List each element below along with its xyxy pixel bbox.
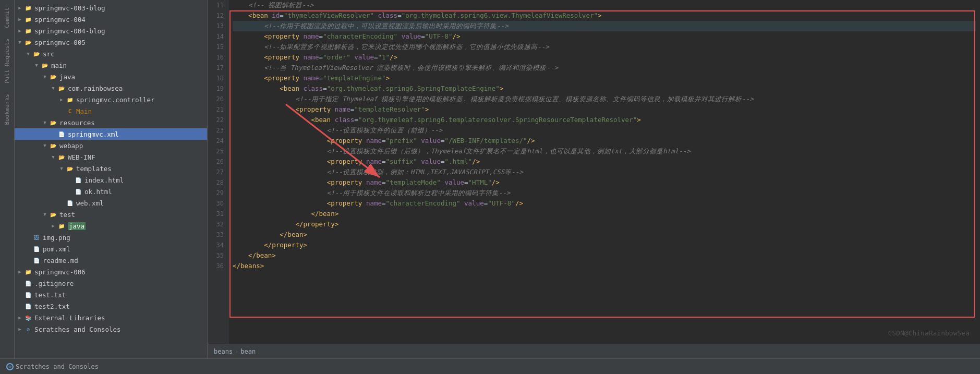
expand-arrow: ▼ bbox=[25, 51, 31, 57]
sidebar-item-springmvc004[interactable]: ▶ 📁 springmvc-004 bbox=[15, 14, 207, 25]
code-line-17: <!--当 ThymeleafViewResolver 渲染模板时，会使用该模板… bbox=[233, 63, 976, 73]
pull-requests-panel[interactable]: Pull Requests bbox=[3, 37, 11, 86]
code-line-23: <!--设置模板文件的位置（前缀）--> bbox=[233, 125, 976, 136]
sidebar-item-label: img.png bbox=[43, 234, 70, 242]
sidebar-item-label: web.xml bbox=[76, 199, 104, 207]
code-line-18: <property name="templateEngine"> bbox=[233, 73, 976, 83]
bottom-scratches[interactable]: ⊙ Scratches and Consoles bbox=[6, 363, 99, 370]
code-editor[interactable]: <!-- 视图解析器--> <bean id="thymeleafViewRes… bbox=[228, 0, 980, 344]
sidebar-item-scratches[interactable]: ▶ ⊙ Scratches and Consoles bbox=[15, 323, 207, 335]
sidebar-item-springmvc-xml[interactable]: ▶ 📄 springmvc.xml bbox=[15, 128, 207, 140]
code-line-30: <property name="characterEncoding" value… bbox=[233, 198, 976, 209]
xml-icon: 📄 bbox=[32, 245, 41, 253]
sidebar-item-test[interactable]: ▼ 📂 test bbox=[15, 209, 207, 220]
folder-icon: 📁 bbox=[24, 27, 32, 35]
sidebar-item-label: main bbox=[51, 62, 67, 69]
sidebar-item-test-txt[interactable]: ▶ 📄 test.txt bbox=[15, 289, 207, 300]
sidebar-item-label: External Libraries bbox=[34, 314, 105, 322]
md-icon: 📄 bbox=[32, 256, 41, 264]
sidebar-item-templates[interactable]: ▼ 📂 templates bbox=[15, 163, 207, 174]
sidebar-item-webinf[interactable]: ▼ 📂 WEB-INF bbox=[15, 151, 207, 163]
breadcrumb-bar: beans › bean bbox=[208, 344, 980, 358]
xml-icon: 📄 bbox=[57, 130, 66, 138]
folder-open-icon: 📂 bbox=[41, 61, 49, 69]
folder-icon: 📁 bbox=[24, 4, 32, 12]
sidebar-item-label: com.rainbowsea bbox=[68, 85, 123, 92]
sidebar-item-label: test2.txt bbox=[34, 303, 70, 310]
code-line-16: <property name="order" value="1"/> bbox=[233, 52, 976, 63]
sidebar-item-img-png[interactable]: ▶ 🖼 img.png bbox=[15, 232, 207, 243]
folder-open-icon: 📂 bbox=[24, 38, 32, 46]
sidebar-item-label: pom.xml bbox=[43, 245, 70, 253]
editor-area: 11 12 13 14 15 16 17 18 19 20 21 22 23 2… bbox=[208, 0, 980, 358]
sidebar-item-springmvc005[interactable]: ▼ 📂 springmvc-005 bbox=[15, 37, 207, 48]
code-line-32: </property> bbox=[233, 219, 976, 230]
expand-arrow: ▼ bbox=[58, 165, 65, 172]
xml-icon: 📄 bbox=[66, 199, 74, 207]
sidebar-item-web-xml[interactable]: ▶ 📄 web.xml bbox=[15, 197, 207, 209]
library-icon: 📚 bbox=[24, 313, 32, 322]
sidebar-item-external-libs[interactable]: ▶ 📚 External Libraries bbox=[15, 312, 207, 323]
code-line-19: <bean class="org.thymeleaf.spring6.Sprin… bbox=[233, 83, 976, 94]
sidebar-item-main[interactable]: ▼ 📂 main bbox=[15, 59, 207, 71]
commit-panel[interactable]: Commit bbox=[3, 5, 11, 30]
sidebar-item-java[interactable]: ▼ 📂 java bbox=[15, 71, 207, 82]
folder-icon: 📁 bbox=[66, 95, 74, 104]
sidebar-item-springmvc003[interactable]: ▶ 📁 springmvc-003-blog bbox=[15, 2, 207, 14]
folder-open-icon: 📂 bbox=[66, 164, 74, 173]
sidebar-item-pom-xml[interactable]: ▶ 📄 pom.xml bbox=[15, 243, 207, 255]
sidebar-item-controller[interactable]: ▶ 📁 springmvc.controller bbox=[15, 94, 207, 105]
expand-arrow: ▼ bbox=[42, 74, 48, 80]
folder-icon: 📁 bbox=[57, 222, 66, 230]
folder-open-icon: 📂 bbox=[32, 50, 41, 58]
expand-arrow: ▼ bbox=[42, 211, 48, 218]
sidebar-item-label: test bbox=[59, 211, 75, 219]
expand-arrow: ▶ bbox=[17, 269, 23, 275]
code-line-14: <property name="characterEncoding" value… bbox=[233, 31, 976, 42]
sidebar-item-src[interactable]: ▼ 📂 src bbox=[15, 48, 207, 59]
sidebar-item-resources[interactable]: ▼ 📂 resources bbox=[15, 117, 207, 128]
sidebar-item-com-rainbowsea[interactable]: ▼ 📂 com.rainbowsea bbox=[15, 82, 207, 94]
code-line-11: <!-- 视图解析器--> bbox=[233, 0, 976, 10]
sidebar-item-label: ok.html bbox=[84, 188, 112, 196]
folder-open-icon: 📂 bbox=[57, 153, 66, 161]
sidebar-item-label: Scratches and Consoles bbox=[34, 325, 121, 333]
code-line-21: <property name="templateResolver"> bbox=[233, 104, 976, 115]
sidebar-item-label: src bbox=[43, 50, 55, 58]
project-sidebar: ▶ 📁 springmvc-003-blog ▶ 📁 springmvc-004… bbox=[15, 0, 208, 358]
txt-icon: 📄 bbox=[24, 302, 32, 310]
code-line-33: </bean> bbox=[233, 230, 976, 240]
folder-open-icon: 📂 bbox=[49, 118, 57, 127]
watermark: CSDN@ChinaRainbowSea bbox=[888, 328, 970, 339]
file-tree: ▶ 📁 springmvc-003-blog ▶ 📁 springmvc-004… bbox=[15, 0, 207, 358]
breadcrumb-beans[interactable]: beans bbox=[214, 348, 233, 355]
folder-open-icon: 📂 bbox=[49, 141, 57, 150]
expand-arrow: ▶ bbox=[17, 5, 23, 11]
sidebar-item-index-html[interactable]: ▶ 📄 index.html bbox=[15, 174, 207, 186]
sidebar-item-test2-txt[interactable]: ▶ 📄 test2.txt bbox=[15, 300, 207, 312]
scratches-label: Scratches and Consoles bbox=[16, 363, 99, 370]
sidebar-item-label: java bbox=[68, 222, 86, 230]
code-line-34: </property> bbox=[233, 240, 976, 250]
sidebar-item-test-java[interactable]: ▶ 📁 java bbox=[15, 220, 207, 232]
sidebar-item-ok-html[interactable]: ▶ 📄 ok.html bbox=[15, 186, 207, 197]
bookmarks-panel[interactable]: Bookmarks bbox=[3, 92, 11, 127]
expand-arrow: ▶ bbox=[17, 326, 23, 332]
sidebar-item-gitignore[interactable]: ▶ 📄 .gitignore bbox=[15, 278, 207, 289]
breadcrumb-bean[interactable]: bean bbox=[240, 348, 256, 355]
sidebar-item-label: resources bbox=[59, 119, 95, 127]
sidebar-item-webapp[interactable]: ▼ 📂 webapp bbox=[15, 140, 207, 151]
code-line-36: </beans> bbox=[233, 261, 976, 271]
sidebar-item-label: WEB-INF bbox=[68, 153, 95, 161]
code-line-28: <property name="templateMode" value="HTM… bbox=[233, 177, 976, 188]
code-line-13: <!--作用于视图渲染的过程中，可以设置视图渲染后输出时采用的编码字符集--> bbox=[233, 21, 976, 31]
sidebar-item-label: Main bbox=[76, 107, 92, 115]
console-bottom-icon: ⊙ bbox=[6, 363, 14, 370]
folder-open-icon: 📂 bbox=[49, 73, 57, 81]
sidebar-item-springmvc004blog[interactable]: ▶ 📁 springmvc-004-blog bbox=[15, 25, 207, 37]
sidebar-item-main-class[interactable]: ▶ C Main bbox=[15, 105, 207, 117]
sidebar-item-springmvc006[interactable]: ▶ 📁 springmvc-006 bbox=[15, 266, 207, 278]
expand-arrow: ▶ bbox=[17, 28, 23, 34]
sidebar-item-label: test.txt bbox=[34, 291, 66, 299]
sidebar-item-readme[interactable]: ▶ 📄 readme.md bbox=[15, 255, 207, 266]
